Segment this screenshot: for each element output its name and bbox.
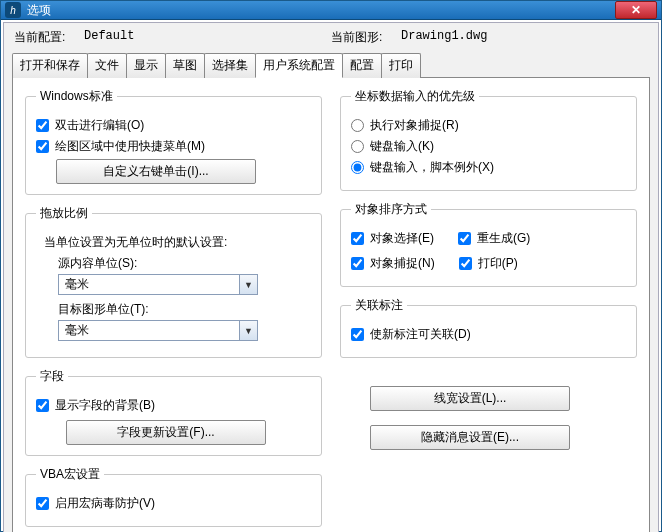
field-bg-input[interactable] xyxy=(36,399,49,412)
sort-regen-checkbox[interactable]: 重生成(G) xyxy=(458,230,530,247)
priority-keyboard-input[interactable] xyxy=(351,140,364,153)
tab-plot[interactable]: 打印 xyxy=(381,53,421,78)
windows-standard-legend: Windows标准 xyxy=(36,88,117,105)
hidden-msg-button[interactable]: 隐藏消息设置(E)... xyxy=(370,425,570,450)
field-update-button[interactable]: 字段更新设置(F)... xyxy=(66,420,266,445)
target-units-label: 目标图形单位(T): xyxy=(58,301,311,318)
coord-priority-legend: 坐标数据输入的优先级 xyxy=(351,88,479,105)
scale-note: 当单位设置为无单位时的默认设置: xyxy=(44,234,311,251)
macro-virus-input[interactable] xyxy=(36,497,49,510)
options-window: h 选项 ✕ 当前配置: Default 当前图形: Drawing1.dwg … xyxy=(0,0,662,532)
close-button[interactable]: ✕ xyxy=(615,1,657,19)
tab-drafting[interactable]: 草图 xyxy=(165,53,205,78)
titlebar: h 选项 ✕ xyxy=(1,1,661,20)
windows-standard-group: Windows标准 双击进行编辑(O) 绘图区域中使用快捷菜单(M) 自定义右键… xyxy=(25,88,322,195)
left-column: Windows标准 双击进行编辑(O) 绘图区域中使用快捷菜单(M) 自定义右键… xyxy=(25,88,322,527)
field-bg-checkbox[interactable]: 显示字段的背景(B) xyxy=(36,397,311,414)
fields-group: 字段 显示字段的背景(B) 字段更新设置(F)... xyxy=(25,368,322,456)
macro-virus-checkbox[interactable]: 启用宏病毒防护(V) xyxy=(36,495,311,512)
tab-open-save[interactable]: 打开和保存 xyxy=(12,53,88,78)
window-title: 选项 xyxy=(27,2,615,19)
drag-scale-group: 拖放比例 当单位设置为无单位时的默认设置: 源内容单位(S): 毫米 ▼ 目标图… xyxy=(25,205,322,358)
tab-strip: 打开和保存 文件 显示 草图 选择集 用户系统配置 配置 打印 xyxy=(4,52,658,77)
vba-legend: VBA宏设置 xyxy=(36,466,104,483)
assoc-dim-checkbox[interactable]: 使新标注可关联(D) xyxy=(351,326,626,343)
assoc-dim-legend: 关联标注 xyxy=(351,297,407,314)
priority-osnap-radio[interactable]: 执行对象捕捉(R) xyxy=(351,117,626,134)
shortcut-menu-checkbox[interactable]: 绘图区域中使用快捷菜单(M) xyxy=(36,138,311,155)
right-column: 坐标数据输入的优先级 执行对象捕捉(R) 键盘输入(K) 键盘输入，脚本例外(X… xyxy=(340,88,637,527)
dblclick-edit-input[interactable] xyxy=(36,119,49,132)
priority-keyboard-except-input[interactable] xyxy=(351,161,364,174)
source-units-label: 源内容单位(S): xyxy=(58,255,311,272)
tab-files[interactable]: 文件 xyxy=(87,53,127,78)
sort-snap-checkbox[interactable]: 对象捕捉(N) xyxy=(351,255,435,272)
current-drawing-value: Drawing1.dwg xyxy=(401,29,487,46)
tab-content: Windows标准 双击进行编辑(O) 绘图区域中使用快捷菜单(M) 自定义右键… xyxy=(12,77,650,532)
coord-priority-group: 坐标数据输入的优先级 执行对象捕捉(R) 键盘输入(K) 键盘输入，脚本例外(X… xyxy=(340,88,637,191)
sort-print-checkbox[interactable]: 打印(P) xyxy=(459,255,518,272)
tab-user-preferences[interactable]: 用户系统配置 xyxy=(255,53,343,78)
tab-display[interactable]: 显示 xyxy=(126,53,166,78)
drag-scale-legend: 拖放比例 xyxy=(36,205,92,222)
source-units-combo[interactable]: 毫米 ▼ xyxy=(58,274,258,295)
shortcut-menu-input[interactable] xyxy=(36,140,49,153)
current-profile-label: 当前配置: xyxy=(14,29,84,46)
sort-selection-checkbox[interactable]: 对象选择(E) xyxy=(351,230,434,247)
tab-profiles[interactable]: 配置 xyxy=(342,53,382,78)
info-row: 当前配置: Default 当前图形: Drawing1.dwg xyxy=(4,23,658,50)
chevron-down-icon: ▼ xyxy=(239,275,257,294)
dialog-body: 当前配置: Default 当前图形: Drawing1.dwg 打开和保存 文… xyxy=(3,22,659,532)
current-drawing-label: 当前图形: xyxy=(331,29,401,46)
priority-osnap-input[interactable] xyxy=(351,119,364,132)
dblclick-edit-checkbox[interactable]: 双击进行编辑(O) xyxy=(36,117,311,134)
current-profile-value: Default xyxy=(84,29,134,46)
vba-group: VBA宏设置 启用宏病毒防护(V) xyxy=(25,466,322,527)
priority-keyboard-radio[interactable]: 键盘输入(K) xyxy=(351,138,626,155)
target-units-combo[interactable]: 毫米 ▼ xyxy=(58,320,258,341)
priority-keyboard-except-radio[interactable]: 键盘输入，脚本例外(X) xyxy=(351,159,626,176)
lineweight-button[interactable]: 线宽设置(L)... xyxy=(370,386,570,411)
tab-selection[interactable]: 选择集 xyxy=(204,53,256,78)
custom-rclick-button[interactable]: 自定义右键单击(I)... xyxy=(56,159,256,184)
object-sort-legend: 对象排序方式 xyxy=(351,201,431,218)
object-sort-group: 对象排序方式 对象选择(E) 重生成(G) xyxy=(340,201,637,287)
chevron-down-icon: ▼ xyxy=(239,321,257,340)
fields-legend: 字段 xyxy=(36,368,68,385)
app-icon: h xyxy=(5,2,21,18)
assoc-dim-group: 关联标注 使新标注可关联(D) xyxy=(340,297,637,358)
